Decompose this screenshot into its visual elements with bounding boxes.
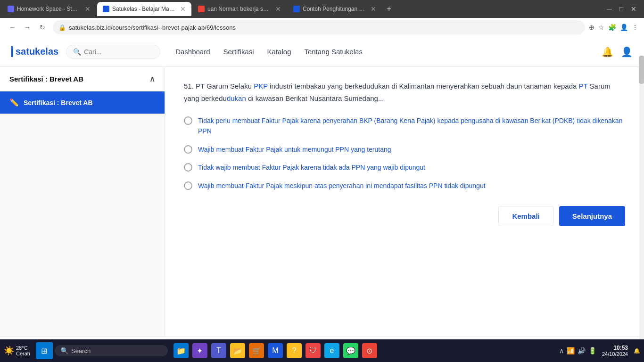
- tray-network-icon[interactable]: 📶: [567, 347, 575, 354]
- minimize-button[interactable]: ─: [607, 5, 612, 13]
- system-tray-icons: ∧ 📶 🔊 🔋: [559, 347, 596, 354]
- scrollbar-track: [639, 56, 644, 339]
- nav-dashboard[interactable]: Dashboard: [175, 48, 210, 56]
- scrollbar-thumb[interactable]: [639, 56, 644, 84]
- refresh-button[interactable]: ↻: [36, 21, 49, 34]
- tray-volume-icon[interactable]: 🔊: [578, 347, 586, 354]
- tab-close-satukelas[interactable]: ✕: [180, 5, 186, 13]
- weather-temp: 28°C: [16, 345, 30, 351]
- browser-action-icons: ⊕ ☆ 🧩 👤 ⋮: [589, 24, 638, 31]
- tab-google[interactable]: uan Norman bekerja sebagai p... ✕: [192, 2, 287, 16]
- option-3-text: Tidak wajib membuat Faktur Pajak karena …: [198, 162, 425, 173]
- weather-desc: Cerah: [16, 351, 30, 356]
- extensions-icon[interactable]: 🧩: [608, 24, 616, 31]
- taskbar-teams[interactable]: T: [211, 343, 226, 358]
- question-text: 51. PT Garum Selaku PKP industri tembaka…: [184, 80, 625, 104]
- menu-icon[interactable]: ⋮: [632, 24, 638, 31]
- taskbar-search-icon: 🔍: [60, 347, 68, 354]
- taskbar-right: ∧ 📶 🔊 🔋 10:53 24/10/2024 🔔: [559, 345, 640, 357]
- taskbar-store[interactable]: 🛒: [249, 343, 264, 358]
- main-layout: Sertifikasi : Brevet AB ∧ ✏️ Sertifikasi…: [0, 67, 644, 337]
- url-bar[interactable]: 🔒 satukelas.biz.id/course/sertifikasi--b…: [53, 20, 585, 34]
- nav-links: Dashboard Sertifikasi Katalog Tentang Sa…: [175, 48, 594, 56]
- tab-satukelas[interactable]: Satukelas - Belajar Manajemen ✕: [97, 2, 191, 16]
- taskbar-copilot[interactable]: ✦: [192, 343, 207, 358]
- weather-info: 28°C Cerah: [16, 345, 30, 356]
- selanjutnya-button[interactable]: Selanjutnya: [559, 206, 625, 226]
- profile-icon[interactable]: 👤: [620, 24, 628, 31]
- tab-label-google: uan Norman bekerja sebagai p...: [207, 6, 271, 12]
- kembali-button[interactable]: Kembali: [498, 206, 553, 226]
- option-1[interactable]: Tidak perlu membuat Faktur Pajak karena …: [184, 115, 625, 137]
- tab-label-satukelas: Satukelas - Belajar Manajemen: [112, 6, 175, 12]
- tab-close-studyx[interactable]: ✕: [85, 5, 91, 13]
- tab-studyx[interactable]: Homework Space - StudyX ✕: [2, 2, 96, 16]
- sidebar-title: Sertifikasi : Brevet AB: [9, 75, 83, 83]
- tray-battery-icon[interactable]: 🔋: [588, 347, 596, 354]
- chevron-up-icon[interactable]: ∧: [149, 74, 155, 83]
- taskbar-whatsapp[interactable]: 💬: [343, 343, 358, 358]
- close-window-button[interactable]: ✕: [631, 5, 636, 13]
- question-part-2: industri tembakau yang berkedudukan di K…: [268, 82, 579, 90]
- sidebar-item-brevet-ab[interactable]: ✏️ Sertifikasi : Brevet AB: [0, 91, 165, 114]
- bookmark-icon[interactable]: ☆: [598, 24, 604, 31]
- options-list: Tidak perlu membuat Faktur Pajak karena …: [184, 115, 625, 191]
- address-bar: ← → ↻ 🔒 satukelas.biz.id/course/sertifik…: [0, 18, 644, 37]
- taskbar-chrome[interactable]: ⊙: [362, 343, 377, 358]
- radio-2[interactable]: [184, 145, 192, 154]
- url-text: satukelas.biz.id/course/sertifikasi--bre…: [69, 24, 579, 31]
- taskbar-file-explorer[interactable]: 📁: [173, 343, 189, 358]
- search-input[interactable]: [84, 48, 150, 56]
- nav-katalog[interactable]: Katalog: [267, 48, 291, 56]
- taskbar-help[interactable]: ?: [287, 343, 302, 358]
- tab-close-google[interactable]: ✕: [275, 5, 281, 13]
- clock-time: 10:53: [602, 345, 628, 351]
- site-search-box[interactable]: 🔍: [66, 45, 160, 59]
- maximize-button[interactable]: □: [619, 5, 623, 13]
- notification-badge[interactable]: 🔔: [634, 348, 640, 354]
- nav-sertifikasi[interactable]: Sertifikasi: [223, 48, 254, 56]
- notification-icon[interactable]: 🔔: [602, 46, 613, 58]
- question-part-1: PT Garum Selaku: [196, 82, 254, 90]
- taskbar-folder[interactable]: 📂: [230, 343, 245, 358]
- sidebar: Sertifikasi : Brevet AB ∧ ✏️ Sertifikasi…: [0, 67, 165, 337]
- main-content: 51. PT Garum Selaku PKP industri tembaka…: [165, 67, 644, 337]
- translate-icon[interactable]: ⊕: [589, 24, 594, 31]
- option-4[interactable]: Wajib membuat Faktur Pajak meskipun atas…: [184, 181, 625, 191]
- nav-buttons: ← → ↻: [6, 21, 49, 34]
- tab-label-studyx: Homework Space - StudyX: [17, 6, 80, 12]
- tab-favicon-google: [198, 6, 205, 12]
- taskbar-search-box[interactable]: 🔍 Search: [55, 345, 168, 356]
- option-2[interactable]: Wajib membuat Faktur Pajak untuk memungu…: [184, 144, 625, 155]
- user-icon[interactable]: 👤: [621, 46, 633, 58]
- tab-n[interactable]: Contoh Penghitungan PPh Pas... ✕: [288, 2, 382, 16]
- taskbar-antivirus[interactable]: 🛡: [305, 343, 321, 358]
- radio-1[interactable]: [184, 116, 192, 125]
- clock-date: 24/10/2024: [602, 351, 628, 357]
- weather-sun-icon: ☀️: [4, 346, 14, 356]
- forward-button[interactable]: →: [21, 21, 34, 34]
- taskbar-clock[interactable]: 10:53 24/10/2024: [602, 345, 628, 357]
- option-3[interactable]: Tidak wajib membuat Faktur Pajak karena …: [184, 162, 625, 173]
- option-4-text: Wajib membuat Faktur Pajak meskipun atas…: [198, 181, 486, 191]
- site-navigation: satukelas 🔍 Dashboard Sertifikasi Katalo…: [0, 37, 644, 67]
- taskbar-edge[interactable]: e: [324, 343, 339, 358]
- taskbar-weather: ☀️ 28°C Cerah: [4, 345, 30, 356]
- taskbar-mvp[interactable]: M: [268, 343, 283, 358]
- new-tab-button[interactable]: +: [383, 4, 396, 14]
- sidebar-item-label: Sertifikasi : Brevet AB: [24, 99, 93, 107]
- pencil-icon: ✏️: [9, 98, 19, 107]
- back-button[interactable]: ←: [6, 21, 19, 34]
- site-logo[interactable]: satukelas: [11, 46, 58, 57]
- tab-close-n[interactable]: ✕: [371, 5, 376, 13]
- radio-4[interactable]: [184, 181, 192, 190]
- radio-3[interactable]: [184, 163, 192, 172]
- taskbar-search-label: Search: [71, 347, 91, 354]
- start-button[interactable]: ⊞: [36, 342, 53, 359]
- window-controls: ─ □ ✕: [602, 5, 642, 13]
- nav-tentang[interactable]: Tentang Satukelas: [304, 48, 362, 56]
- tab-favicon-studyx: [8, 6, 14, 12]
- sidebar-header[interactable]: Sertifikasi : Brevet AB ∧: [0, 67, 165, 91]
- tab-favicon-satukelas: [103, 6, 109, 12]
- tray-expand-icon[interactable]: ∧: [559, 347, 564, 354]
